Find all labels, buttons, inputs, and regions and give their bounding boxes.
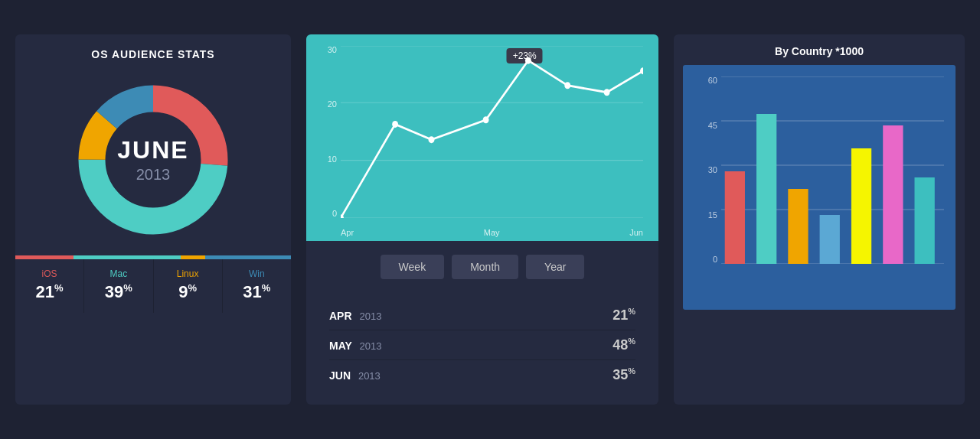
stat-value-apr: 21% <box>612 307 635 324</box>
bar-mexico <box>883 125 903 264</box>
donut-month: JUNE <box>117 136 188 164</box>
os-stats-row: iOS 21% Mac 39% Linux 9% Win 31% <box>15 259 291 313</box>
xlabel-may: May <box>484 228 500 237</box>
mac-value: 39% <box>105 282 132 301</box>
stat-row-may: MAY 2013 48% <box>329 330 635 360</box>
bar-portugal <box>756 114 776 264</box>
xlabel-apr: Apr <box>341 228 354 237</box>
os-stat-ios: iOS 21% <box>15 259 84 313</box>
dashboard: OS AUDIENCE STATS JUNE 2013 <box>15 34 965 405</box>
line-chart-area: 30 20 10 0 Apr May Jun +23% <box>306 34 658 241</box>
bar-espana <box>725 171 745 264</box>
stat-row-apr: APR 2013 21% <box>329 301 635 330</box>
dot-6 <box>604 89 610 96</box>
chart-stats: APR 2013 21% MAY 2013 48% JUN 2013 35% <box>306 293 658 405</box>
line-chart-svg <box>341 46 643 218</box>
dot-2 <box>429 136 435 143</box>
ylabel-20: 20 <box>328 100 337 109</box>
ylabel-10: 10 <box>328 155 337 164</box>
bar-ylabel-15: 15 <box>708 211 717 220</box>
linux-label: Linux <box>158 268 218 279</box>
bar-chart-area: 60 45 30 15 0 <box>683 65 956 310</box>
bar-ylabel-60: 60 <box>708 76 717 85</box>
bar-yaxis: 60 45 30 15 0 <box>687 76 717 264</box>
ios-value: 21% <box>36 282 64 301</box>
country-title: By Country *1000 <box>674 34 965 65</box>
stat-row-jun: JUN 2013 35% <box>329 360 635 389</box>
xlabel-jun: Jun <box>629 228 643 237</box>
linux-value: 9% <box>178 282 197 301</box>
os-audience-card: OS AUDIENCE STATS JUNE 2013 <box>15 34 291 405</box>
win-label: Win <box>227 268 287 279</box>
bar-ylabel-0: 0 <box>713 255 717 264</box>
stat-label-may: MAY 2013 <box>329 340 381 352</box>
donut-year: 2013 <box>117 166 188 184</box>
bar-ylabel-45: 45 <box>708 122 717 130</box>
bar-chile <box>915 177 935 264</box>
chart-xaxis: Apr May Jun <box>341 228 643 237</box>
dot-5 <box>564 82 570 89</box>
stat-value-may: 48% <box>612 337 635 353</box>
month-btn[interactable]: Month <box>452 255 518 279</box>
os-audience-title: OS AUDIENCE STATS <box>15 34 291 68</box>
stat-value-jun: 35% <box>612 366 635 383</box>
ylabel-0: 0 <box>332 210 337 218</box>
win-value: 31% <box>243 282 270 301</box>
os-stat-mac: Mac 39% <box>84 259 153 313</box>
country-card: By Country *1000 60 45 30 15 0 <box>674 34 965 405</box>
os-stat-win: Win 31% <box>223 259 291 313</box>
os-stat-linux: Linux 9% <box>154 259 223 313</box>
stat-label-apr: APR 2013 <box>329 310 381 322</box>
bar-chart-svg: España Portugal Italia Grecia EE.UU Méxi… <box>721 76 944 264</box>
dot-peak <box>525 57 531 64</box>
line-chart-card: 30 20 10 0 Apr May Jun +23% <box>306 34 658 405</box>
bar-italia <box>788 189 808 264</box>
chart-controls: Week Month Year <box>306 241 658 293</box>
dot-1 <box>392 121 398 128</box>
dot-3 <box>483 116 489 123</box>
bar-grecia <box>820 215 840 264</box>
donut-center: JUNE 2013 <box>117 136 188 184</box>
bar-ylabel-30: 30 <box>708 166 717 174</box>
stat-label-jun: JUN 2013 <box>329 369 381 382</box>
chart-yaxis: 30 20 10 0 <box>310 46 337 218</box>
ios-label: iOS <box>19 268 80 279</box>
week-btn[interactable]: Week <box>381 255 445 279</box>
year-btn[interactable]: Year <box>526 255 584 279</box>
mac-label: Mac <box>88 268 149 279</box>
line-chart-polyline <box>341 60 643 218</box>
donut-container: JUNE 2013 <box>15 68 291 255</box>
bar-eeuu <box>851 148 871 264</box>
ylabel-30: 30 <box>328 46 337 54</box>
